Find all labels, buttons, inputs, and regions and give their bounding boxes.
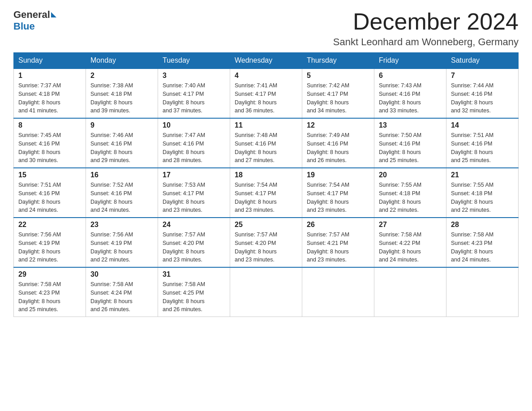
day-info: Sunrise: 7:56 AM Sunset: 4:19 PM Dayligh… bbox=[18, 231, 81, 264]
day-number: 4 bbox=[235, 72, 297, 80]
day-info: Sunrise: 7:51 AM Sunset: 4:16 PM Dayligh… bbox=[451, 131, 514, 165]
calendar-table: Sunday Monday Tuesday Wednesday Thursday… bbox=[13, 52, 519, 317]
table-row: 28 Sunrise: 7:58 AM Sunset: 4:23 PM Dayl… bbox=[446, 218, 519, 267]
logo-triangle-icon bbox=[51, 12, 56, 17]
week-row-3: 15 Sunrise: 7:51 AM Sunset: 4:16 PM Dayl… bbox=[14, 168, 519, 218]
day-number: 1 bbox=[18, 72, 81, 80]
week-row-5: 29 Sunrise: 7:58 AM Sunset: 4:23 PM Dayl… bbox=[14, 267, 519, 317]
table-row: 31 Sunrise: 7:58 AM Sunset: 4:25 PM Dayl… bbox=[158, 267, 230, 317]
location-title: Sankt Leonhard am Wonneberg, Germany bbox=[333, 36, 519, 48]
table-row: 8 Sunrise: 7:45 AM Sunset: 4:16 PM Dayli… bbox=[14, 118, 86, 168]
day-info: Sunrise: 7:48 AM Sunset: 4:16 PM Dayligh… bbox=[235, 131, 297, 165]
day-info: Sunrise: 7:51 AM Sunset: 4:16 PM Dayligh… bbox=[18, 181, 81, 214]
header-thursday: Thursday bbox=[302, 53, 374, 69]
table-row: 24 Sunrise: 7:57 AM Sunset: 4:20 PM Dayl… bbox=[158, 218, 230, 267]
table-row: 26 Sunrise: 7:57 AM Sunset: 4:21 PM Dayl… bbox=[302, 218, 374, 267]
day-number: 9 bbox=[90, 121, 153, 129]
day-number: 17 bbox=[163, 171, 225, 179]
day-info: Sunrise: 7:58 AM Sunset: 4:23 PM Dayligh… bbox=[18, 280, 81, 314]
day-number: 7 bbox=[451, 72, 514, 80]
day-info: Sunrise: 7:42 AM Sunset: 4:17 PM Dayligh… bbox=[307, 81, 369, 115]
day-info: Sunrise: 7:53 AM Sunset: 4:17 PM Dayligh… bbox=[163, 181, 225, 214]
day-number: 31 bbox=[163, 270, 225, 278]
day-number: 20 bbox=[379, 171, 442, 179]
day-info: Sunrise: 7:57 AM Sunset: 4:21 PM Dayligh… bbox=[307, 231, 369, 264]
day-info: Sunrise: 7:46 AM Sunset: 4:16 PM Dayligh… bbox=[90, 131, 153, 165]
logo-general-text: General bbox=[13, 9, 50, 21]
table-row: 14 Sunrise: 7:51 AM Sunset: 4:16 PM Dayl… bbox=[446, 118, 519, 168]
table-row: 12 Sunrise: 7:49 AM Sunset: 4:16 PM Dayl… bbox=[302, 118, 374, 168]
table-row: 10 Sunrise: 7:47 AM Sunset: 4:16 PM Dayl… bbox=[158, 118, 230, 168]
table-row: 17 Sunrise: 7:53 AM Sunset: 4:17 PM Dayl… bbox=[158, 168, 230, 218]
table-row bbox=[374, 267, 446, 317]
table-row: 7 Sunrise: 7:44 AM Sunset: 4:16 PM Dayli… bbox=[446, 68, 519, 118]
table-row: 22 Sunrise: 7:56 AM Sunset: 4:19 PM Dayl… bbox=[14, 218, 86, 267]
day-number: 27 bbox=[379, 221, 442, 229]
day-info: Sunrise: 7:55 AM Sunset: 4:18 PM Dayligh… bbox=[379, 181, 442, 214]
calendar-header-row: Sunday Monday Tuesday Wednesday Thursday… bbox=[14, 53, 519, 69]
table-row: 11 Sunrise: 7:48 AM Sunset: 4:16 PM Dayl… bbox=[230, 118, 302, 168]
table-row: 21 Sunrise: 7:55 AM Sunset: 4:18 PM Dayl… bbox=[446, 168, 519, 218]
day-number: 6 bbox=[379, 72, 442, 80]
week-row-4: 22 Sunrise: 7:56 AM Sunset: 4:19 PM Dayl… bbox=[14, 218, 519, 267]
logo: General Blue bbox=[13, 9, 57, 32]
day-number: 24 bbox=[163, 221, 225, 229]
day-number: 2 bbox=[90, 72, 153, 80]
table-row: 20 Sunrise: 7:55 AM Sunset: 4:18 PM Dayl… bbox=[374, 168, 446, 218]
header-monday: Monday bbox=[86, 53, 158, 69]
day-info: Sunrise: 7:56 AM Sunset: 4:19 PM Dayligh… bbox=[90, 231, 153, 264]
header-friday: Friday bbox=[374, 53, 446, 69]
header-saturday: Saturday bbox=[446, 53, 519, 69]
day-number: 12 bbox=[307, 121, 369, 129]
table-row: 4 Sunrise: 7:41 AM Sunset: 4:17 PM Dayli… bbox=[230, 68, 302, 118]
day-number: 21 bbox=[451, 171, 514, 179]
day-info: Sunrise: 7:58 AM Sunset: 4:25 PM Dayligh… bbox=[163, 280, 225, 314]
week-row-1: 1 Sunrise: 7:37 AM Sunset: 4:18 PM Dayli… bbox=[14, 68, 519, 118]
table-row bbox=[446, 267, 519, 317]
page-header: General Blue December 2024 Sankt Leonhar… bbox=[13, 9, 519, 48]
table-row: 3 Sunrise: 7:40 AM Sunset: 4:17 PM Dayli… bbox=[158, 68, 230, 118]
day-number: 25 bbox=[235, 221, 297, 229]
day-number: 15 bbox=[18, 171, 81, 179]
day-number: 18 bbox=[235, 171, 297, 179]
day-info: Sunrise: 7:45 AM Sunset: 4:16 PM Dayligh… bbox=[18, 131, 81, 165]
day-info: Sunrise: 7:58 AM Sunset: 4:22 PM Dayligh… bbox=[379, 231, 442, 264]
day-number: 13 bbox=[379, 121, 442, 129]
table-row: 30 Sunrise: 7:58 AM Sunset: 4:24 PM Dayl… bbox=[86, 267, 158, 317]
day-info: Sunrise: 7:58 AM Sunset: 4:23 PM Dayligh… bbox=[451, 231, 514, 264]
day-number: 10 bbox=[163, 121, 225, 129]
table-row: 23 Sunrise: 7:56 AM Sunset: 4:19 PM Dayl… bbox=[86, 218, 158, 267]
day-number: 29 bbox=[18, 270, 81, 278]
day-number: 28 bbox=[451, 221, 514, 229]
day-info: Sunrise: 7:54 AM Sunset: 4:17 PM Dayligh… bbox=[235, 181, 297, 214]
day-info: Sunrise: 7:47 AM Sunset: 4:16 PM Dayligh… bbox=[163, 131, 225, 165]
table-row: 5 Sunrise: 7:42 AM Sunset: 4:17 PM Dayli… bbox=[302, 68, 374, 118]
table-row: 13 Sunrise: 7:50 AM Sunset: 4:16 PM Dayl… bbox=[374, 118, 446, 168]
header-sunday: Sunday bbox=[14, 53, 86, 69]
day-info: Sunrise: 7:58 AM Sunset: 4:24 PM Dayligh… bbox=[90, 280, 153, 314]
table-row: 19 Sunrise: 7:54 AM Sunset: 4:17 PM Dayl… bbox=[302, 168, 374, 218]
table-row: 15 Sunrise: 7:51 AM Sunset: 4:16 PM Dayl… bbox=[14, 168, 86, 218]
day-number: 5 bbox=[307, 72, 369, 80]
table-row: 1 Sunrise: 7:37 AM Sunset: 4:18 PM Dayli… bbox=[14, 68, 86, 118]
table-row bbox=[230, 267, 302, 317]
month-title: December 2024 bbox=[333, 9, 519, 34]
day-info: Sunrise: 7:49 AM Sunset: 4:16 PM Dayligh… bbox=[307, 131, 369, 165]
table-row: 2 Sunrise: 7:38 AM Sunset: 4:18 PM Dayli… bbox=[86, 68, 158, 118]
day-number: 8 bbox=[18, 121, 81, 129]
table-row: 25 Sunrise: 7:57 AM Sunset: 4:20 PM Dayl… bbox=[230, 218, 302, 267]
day-number: 11 bbox=[235, 121, 297, 129]
day-info: Sunrise: 7:44 AM Sunset: 4:16 PM Dayligh… bbox=[451, 81, 514, 115]
title-section: December 2024 Sankt Leonhard am Wonneber… bbox=[333, 9, 519, 48]
header-wednesday: Wednesday bbox=[230, 53, 302, 69]
table-row: 16 Sunrise: 7:52 AM Sunset: 4:16 PM Dayl… bbox=[86, 168, 158, 218]
day-info: Sunrise: 7:41 AM Sunset: 4:17 PM Dayligh… bbox=[235, 81, 297, 115]
day-number: 22 bbox=[18, 221, 81, 229]
day-info: Sunrise: 7:55 AM Sunset: 4:18 PM Dayligh… bbox=[451, 181, 514, 214]
day-info: Sunrise: 7:52 AM Sunset: 4:16 PM Dayligh… bbox=[90, 181, 153, 214]
day-info: Sunrise: 7:38 AM Sunset: 4:18 PM Dayligh… bbox=[90, 81, 153, 115]
table-row bbox=[302, 267, 374, 317]
day-number: 16 bbox=[90, 171, 153, 179]
table-row: 18 Sunrise: 7:54 AM Sunset: 4:17 PM Dayl… bbox=[230, 168, 302, 218]
day-number: 14 bbox=[451, 121, 514, 129]
